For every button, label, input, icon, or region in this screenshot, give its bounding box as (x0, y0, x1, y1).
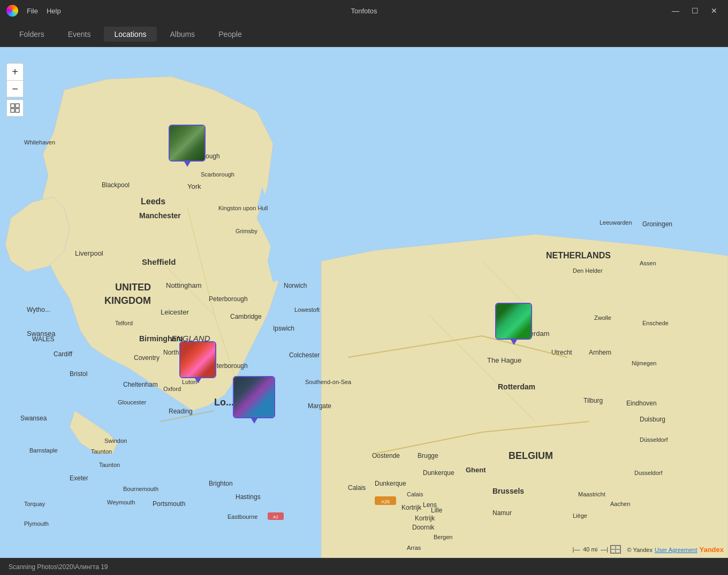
svg-text:Margate: Margate (308, 402, 331, 410)
pin-london2-thumbnail (234, 377, 274, 417)
svg-text:Gloucester: Gloucester (118, 399, 147, 405)
svg-text:Rotterdam: Rotterdam (498, 382, 535, 391)
svg-text:Leicester: Leicester (161, 308, 189, 316)
svg-text:Bournemouth: Bournemouth (123, 486, 158, 492)
pin-london2[interactable] (233, 376, 275, 424)
pin-london1-arrow (195, 378, 201, 384)
svg-text:Maastricht: Maastricht (578, 491, 605, 497)
svg-text:Oxford: Oxford (163, 386, 181, 392)
svg-text:Tilburg: Tilburg (583, 397, 603, 404)
svg-text:UNITED: UNITED (115, 282, 151, 293)
svg-text:Leeuwarden: Leeuwarden (600, 219, 632, 226)
svg-text:Taunton: Taunton (91, 448, 112, 455)
svg-text:Nottingham: Nottingham (166, 281, 201, 289)
svg-text:Zwolle: Zwolle (594, 315, 611, 321)
svg-text:Portsmouth: Portsmouth (153, 500, 185, 508)
close-button[interactable]: ✕ (707, 3, 722, 18)
svg-text:Telford: Telford (115, 320, 133, 326)
svg-text:Plymouth: Plymouth (24, 520, 49, 527)
svg-text:Eindhoven: Eindhoven (626, 400, 657, 407)
tab-locations[interactable]: Locations (104, 27, 157, 42)
zoom-controls: + − (6, 63, 24, 117)
pin-york-frame[interactable] (169, 125, 206, 162)
svg-text:Arras: Arras (407, 545, 421, 551)
svg-text:BELGIUM: BELGIUM (509, 450, 553, 461)
pin-amsterdam[interactable] (495, 303, 532, 345)
svg-text:Colchester: Colchester (289, 351, 320, 359)
tab-folders[interactable]: Folders (9, 27, 55, 42)
pin-london2-frame[interactable] (233, 376, 275, 418)
svg-text:Peterborough: Peterborough (209, 295, 248, 303)
svg-text:Swansea: Swansea (20, 415, 47, 422)
svg-text:WALES: WALES (32, 335, 55, 343)
svg-text:Whitehaven: Whitehaven (24, 139, 55, 145)
svg-text:Brighton: Brighton (209, 480, 233, 487)
svg-text:Scarborough: Scarborough (201, 171, 234, 178)
svg-text:Taunton: Taunton (99, 462, 120, 468)
map-scale: |— 40 mi —| (572, 545, 621, 554)
status-text: Scanning Photos\2020\Алингта 19 (9, 563, 108, 571)
scale-left-tick: |— (572, 546, 580, 553)
svg-text:Exeter: Exeter (70, 474, 88, 482)
svg-text:The Hague: The Hague (487, 356, 521, 364)
title-bar-left: File Help (6, 5, 61, 17)
svg-text:Reading: Reading (169, 408, 193, 415)
map-attribution: © Yandex User Agreement Yandex (627, 546, 724, 554)
svg-text:A2: A2 (273, 515, 278, 519)
pin-london1[interactable] (179, 341, 216, 384)
pin-york[interactable] (169, 125, 206, 167)
tab-albums[interactable]: Albums (159, 27, 206, 42)
nav-bar: Folders Events Locations Albums People (0, 21, 728, 47)
pin-london1-frame[interactable] (179, 341, 216, 378)
svg-text:Duisburg: Duisburg (640, 416, 665, 423)
svg-text:Calais: Calais (348, 484, 366, 492)
tab-events[interactable]: Events (57, 27, 102, 42)
svg-text:Kingston upon Hull: Kingston upon Hull (218, 205, 268, 211)
minimize-button[interactable]: — (668, 3, 683, 18)
zoom-grid-button[interactable] (6, 99, 24, 117)
svg-rect-110 (11, 109, 14, 112)
svg-text:Doornik: Doornik (412, 524, 435, 531)
menu-help[interactable]: Help (47, 7, 61, 15)
svg-text:Norwich: Norwich (284, 282, 307, 289)
svg-text:Brugge: Brugge (418, 452, 438, 459)
maximize-button[interactable]: ☐ (687, 3, 702, 18)
title-bar: File Help Tonfotos — ☐ ✕ (0, 0, 728, 21)
svg-text:Liverpool: Liverpool (75, 249, 103, 257)
scale-right-tick: —| (601, 546, 608, 553)
svg-text:York: York (187, 182, 201, 190)
svg-text:Ghent: Ghent (466, 466, 486, 474)
zoom-in-button[interactable]: + (6, 63, 24, 80)
menu-file[interactable]: File (27, 7, 38, 15)
zoom-out-button[interactable]: − (6, 80, 24, 97)
map-container[interactable]: A26 A2 Whitehaven Blackpool Manchester L… (0, 47, 728, 558)
svg-text:Lille: Lille (431, 507, 443, 514)
yandex-logo: Yandex (699, 546, 724, 554)
tab-people[interactable]: People (208, 27, 253, 42)
svg-text:Cardiff: Cardiff (54, 350, 73, 358)
svg-text:Groningen: Groningen (642, 220, 672, 228)
svg-text:Namur: Namur (492, 509, 512, 517)
svg-text:Nijmegen: Nijmegen (632, 360, 656, 366)
scale-grid-icon (610, 545, 621, 554)
user-agreement-link[interactable]: User Agreement (655, 547, 697, 553)
menu-bar: File Help (27, 7, 61, 15)
svg-text:Dunkerque: Dunkerque (423, 469, 454, 477)
pin-amsterdam-arrow (511, 340, 517, 345)
svg-text:Torquay: Torquay (24, 501, 46, 507)
svg-text:Kortrijk: Kortrijk (401, 504, 422, 511)
pin-amsterdam-frame[interactable] (495, 303, 532, 340)
svg-text:Wytho...: Wytho... (27, 306, 50, 313)
svg-text:Sheffield: Sheffield (142, 257, 176, 266)
svg-text:Liège: Liège (573, 512, 587, 519)
svg-text:Aachen: Aachen (610, 501, 630, 507)
app-title: Tonfotos (351, 7, 377, 15)
svg-text:Weymouth: Weymouth (107, 499, 135, 505)
svg-text:Coventry: Coventry (134, 354, 160, 362)
svg-text:Assen: Assen (640, 260, 656, 266)
status-bar: Scanning Photos\2020\Алингта 19 (0, 558, 728, 575)
svg-text:Brussels: Brussels (492, 487, 524, 495)
svg-text:Utrecht: Utrecht (551, 349, 572, 356)
svg-text:Blackpool: Blackpool (102, 181, 130, 189)
svg-text:Den Helder: Den Helder (573, 267, 603, 274)
